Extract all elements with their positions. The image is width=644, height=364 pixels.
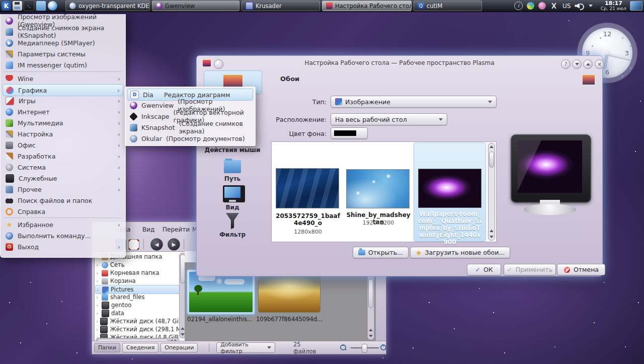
menu-item-help[interactable]: Справка (3, 206, 123, 217)
tree-item-shared-files[interactable]: ›shared_files (95, 293, 180, 301)
task-icon-oxygen (69, 3, 76, 9)
task-krusader[interactable]: Krusader (242, 1, 320, 11)
sidebar-item-filter[interactable]: Фильтр (202, 231, 263, 238)
menu-item-leave[interactable]: ⏻Выход› (3, 241, 123, 252)
volume-tray-icon[interactable] (575, 2, 585, 10)
media-player-icon: ▶ (6, 39, 13, 47)
floppy-launcher[interactable] (13, 1, 22, 11)
dice-icon (6, 97, 14, 105)
add-filter-button[interactable]: Добавить фильтр (216, 342, 275, 353)
menu-item-smplayer[interactable]: ▶Медиаплеер (SMPlayer) (3, 37, 123, 48)
wallpaper-item-3-selected[interactable]: Wallpapers-room_com___Quattuor_Simplex_b… (414, 142, 486, 242)
type-combobox[interactable]: Изображение (331, 96, 497, 108)
menu-view[interactable]: Вид (142, 226, 154, 233)
menu-item-systemsettings[interactable]: Параметры системы (3, 48, 123, 59)
tree-item-network[interactable]: ›Сеть (95, 261, 180, 269)
zoom-in-icon[interactable]: + (380, 344, 386, 351)
terminal-launcher[interactable]: ›_ (24, 1, 34, 11)
menu-item-development[interactable]: Разработка› (3, 151, 123, 162)
task-desktop-settings[interactable]: Настройка Рабочего стола (322, 1, 412, 11)
tab-operations[interactable]: Операции (160, 343, 198, 352)
filter-funnel-icon[interactable] (226, 213, 239, 229)
tree-item-disk1[interactable]: ›Жёсткий диск (48,7 GiB) (95, 317, 180, 325)
updates-tray-icon[interactable] (527, 2, 534, 10)
hammer-icon (6, 153, 13, 160)
monitor-preview (502, 132, 597, 216)
menu-go[interactable]: Перейти (163, 226, 190, 233)
menu-item-qutim[interactable]: IM messenger (qutim) (3, 59, 123, 70)
menu-item-system[interactable]: Система› (3, 162, 123, 173)
background-color-swatch[interactable] (331, 127, 368, 139)
menu-item-find-files[interactable]: Поиск файлов и папок (3, 195, 123, 206)
tree-item-disk2[interactable]: ›Жёсткий диск (298,1 MiB) (95, 325, 180, 333)
tree-item-trash[interactable]: ›Корзина (95, 277, 180, 285)
browser-launcher[interactable] (48, 1, 57, 11)
submenu-item-ksnapshot[interactable]: KSnapshot(Создание снимков экрана) (127, 122, 253, 133)
monitor-screen (518, 140, 582, 193)
sidebar-item-view[interactable]: Вид (202, 204, 263, 211)
tab-information[interactable]: Сведения (122, 343, 158, 352)
open-button[interactable]: Открыть... (353, 247, 409, 258)
next-button[interactable]: ▶ (168, 238, 180, 251)
tray-expander-icon[interactable] (589, 5, 593, 7)
cancel-button[interactable]: Отмена (557, 264, 605, 275)
task-gwenview[interactable]: Gwenview (152, 1, 239, 11)
menu-item-wine[interactable]: Wine› (3, 73, 123, 84)
wallpaper-item-2[interactable]: Shine_by_madsheytan 1920x1200 (344, 143, 413, 241)
apply-button[interactable]: ✓ Применить (504, 264, 556, 275)
show-desktop-widget[interactable] (630, 1, 642, 11)
kde-menu-button[interactable]: K (2, 1, 11, 11)
wallpaper-item-1[interactable]: 2053572759_1baaf4e490_o 1280x800 (274, 143, 342, 241)
get-new-wallpapers-button[interactable]: ★ Загрузить новые обои... (410, 247, 510, 258)
clock-numeral-12: 12 (582, 30, 632, 38)
view-monitor-icon[interactable] (223, 185, 245, 202)
menu-item-favorites[interactable]: ★Избранное› (3, 219, 123, 230)
keyboard-layout-indicator[interactable]: US (562, 3, 571, 10)
fullscreen-button[interactable] (128, 239, 139, 250)
wallpaper-list-scrollbar[interactable] (488, 143, 495, 241)
menu-item-games[interactable]: Игры› (3, 95, 123, 106)
zoom-out-icon[interactable]: − (340, 344, 346, 351)
zoom-slider[interactable] (351, 344, 375, 352)
menu-item-multimedia[interactable]: Мультимедиа› (3, 117, 123, 128)
filebox-launcher[interactable] (36, 1, 46, 11)
menu-item-ksnapshot[interactable]: Создание снимков экрана (KSnapshot) (3, 26, 123, 37)
sidebar-item-path[interactable]: Путь (202, 175, 263, 182)
notifications-tray-icon[interactable]: i (514, 2, 523, 10)
palette-icon (6, 87, 14, 94)
window-menu-button[interactable] (214, 59, 223, 69)
shade-button[interactable] (572, 59, 582, 69)
klipper-tray-icon[interactable] (550, 2, 557, 10)
submenu-item-okular[interactable]: Okular(Просмотр документов) (127, 133, 253, 144)
tree-item-root[interactable]: ›Корневая папка (95, 269, 180, 277)
menu-item-other[interactable]: Прочее› (3, 184, 123, 195)
menu-item-office[interactable]: Офис› (3, 139, 123, 151)
tree-item-gentoo[interactable]: ›gentoo (95, 301, 180, 309)
menu-item-run-command[interactable]: Выполнить команду... (3, 230, 123, 241)
tree-item-data[interactable]: ›data (95, 309, 180, 317)
task-cutim[interactable]: Q cutIM (414, 1, 482, 11)
digital-clock[interactable]: 18:17 Ср, 21 июл (599, 1, 628, 11)
tab-folders[interactable]: Папки (94, 343, 120, 352)
terminal-icon (6, 174, 14, 183)
help-button[interactable]: ? (561, 59, 571, 69)
im-icon (6, 61, 13, 69)
sidebar-item-mouse-actions[interactable]: Действия мыши (202, 147, 263, 154)
dia-icon: D (130, 91, 139, 99)
messenger-tray-icon[interactable] (538, 2, 546, 10)
ok-button[interactable]: ✓ ОК (467, 264, 501, 275)
position-combobox[interactable]: На весь рабочий стол (331, 113, 447, 125)
previous-button[interactable]: ◀ (150, 238, 163, 251)
menu-item-internet[interactable]: Интернет› (3, 106, 123, 117)
star-icon: ★ (416, 249, 422, 256)
close-button[interactable]: × (595, 59, 604, 69)
task-oxygen-transparent[interactable]: oxygen-transparent KDE-Lo (65, 1, 150, 11)
thumbnail2[interactable] (258, 270, 320, 313)
maximize-button[interactable] (583, 59, 593, 69)
statusbar-separator (209, 343, 209, 352)
menu-item-graphics[interactable]: Графика› (3, 84, 123, 96)
menu-item-settings[interactable]: Настройка› (3, 128, 123, 139)
clock-date: Ср, 21 июл (599, 6, 628, 11)
menu-item-utilities[interactable]: Служебные› (3, 173, 123, 184)
path-folder-icon[interactable] (224, 160, 241, 173)
